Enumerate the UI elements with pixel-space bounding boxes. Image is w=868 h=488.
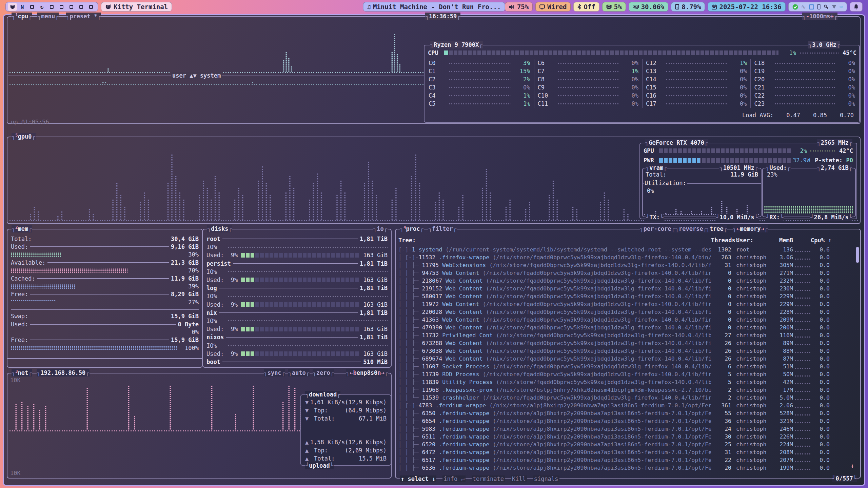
prev-sort-button[interactable]: ← bbox=[736, 225, 740, 232]
gpu-panel-title[interactable]: 5gpu0 bbox=[12, 133, 36, 140]
disk-nixos: nixos1,81 TiB bbox=[206, 333, 388, 341]
sync-tab[interactable]: sync bbox=[264, 369, 285, 377]
process-row-6536[interactable]: │ │ ├─ 6536 .ferdium-wrappe (/nix/store/… bbox=[398, 464, 858, 472]
gpu-power-row: PWR 32.9W P-state: P0 bbox=[644, 156, 853, 164]
cpu-panel-title[interactable]: 1cpu bbox=[12, 13, 32, 20]
vram-used-box: Used: 2,74 GiB 23% RX: 26,8 MiB/s bbox=[762, 168, 856, 217]
auto-tab[interactable]: auto bbox=[288, 369, 310, 377]
filter-button[interactable]: filter bbox=[428, 225, 457, 232]
process-row-11839[interactable]: │ │ ├─ 11839 Utility Process (/nix/store… bbox=[398, 378, 858, 386]
process-row-6472[interactable]: │ │ ├─ 6472 .ferdium-wrappe (/nix/store/… bbox=[398, 448, 858, 456]
process-row-11972[interactable]: │ │ ├─ 11972 Web Content (/nix/store/fqa… bbox=[398, 300, 858, 308]
zero-tab[interactable]: zero bbox=[313, 369, 334, 377]
process-row-11732[interactable]: │ │ ├─ 11732 Privileged Cont (/nix/store… bbox=[398, 331, 858, 339]
music-widget[interactable]: ♫ Minuit Machine - Don't Run Fro... bbox=[363, 2, 505, 12]
io-tab[interactable]: io bbox=[373, 225, 388, 232]
process-row-11539[interactable]: │ │ └─ 11539 crashhelper (/nix/store/fqa… bbox=[398, 394, 858, 402]
vram-util-label: Utilization: bbox=[644, 180, 687, 186]
workspace-5-square-icon[interactable] bbox=[47, 3, 56, 11]
workspace-2-nvim-icon[interactable]: N bbox=[18, 3, 27, 11]
memory-panel: 2mem Total:30,4 GiBUsed:9,16 GiB30%Avail… bbox=[7, 229, 203, 368]
memb-column-header[interactable]: MemB bbox=[771, 237, 793, 244]
process-row-673038[interactable]: │ │ ├─ 673038 Web Content (/nix/store/fq… bbox=[398, 347, 858, 355]
system-tray: 75% Wired Off 5% 30.06% 8.79% bbox=[505, 2, 863, 12]
per-core-tab[interactable]: per-core bbox=[640, 225, 675, 232]
workspace-1-cat-icon[interactable] bbox=[8, 3, 17, 11]
process-row-6511[interactable]: │ │ ├─ 6511 .ferdium-wrappe (/nix/store/… bbox=[398, 433, 858, 441]
process-row-5983[interactable]: │ │ ├─ 5983 .ferdium-wrappe (/nix/store/… bbox=[398, 425, 858, 433]
process-row-220028[interactable]: │ │ ├─ 220028 Web Content (/nix/store/fq… bbox=[398, 308, 858, 316]
clock-widget[interactable]: 2025-07-22 16:36 bbox=[708, 2, 785, 12]
signals-action[interactable]: signals bbox=[533, 475, 559, 482]
interval-decrease[interactable]: - bbox=[806, 13, 809, 20]
memory-row: 30% bbox=[11, 251, 199, 259]
phone-tray-icon bbox=[817, 4, 821, 9]
process-row-4783[interactable]: │ [-]-4783 .ferdium-wrappe (/nix/store/a… bbox=[398, 402, 858, 409]
tx-value: 10,0 MiB/s bbox=[716, 214, 758, 221]
process-row-219152[interactable]: │ │ ├─ 219152 Web Content (/nix/store/fq… bbox=[398, 285, 858, 292]
upload-label: upload bbox=[305, 462, 334, 469]
preset-button[interactable]: preset * bbox=[66, 13, 101, 20]
process-row-580017[interactable]: │ │ ├─ 580017 Web Content (/nix/store/fq… bbox=[398, 292, 858, 300]
memory-row: 0% bbox=[11, 328, 199, 336]
process-row-479390[interactable]: │ │ ├─ 479390 Web Content (/nix/store/fq… bbox=[398, 324, 858, 331]
process-row-1[interactable]: [-]-1 systemd (/run/current-system/syste… bbox=[398, 246, 858, 253]
process-row-673288[interactable]: │ │ ├─ 673288 Web Content (/nix/store/fq… bbox=[398, 339, 858, 347]
user-column-header[interactable]: User: bbox=[731, 237, 771, 244]
disk-log: log1,81 TiB bbox=[206, 284, 388, 292]
notifications-widget[interactable] bbox=[850, 2, 863, 12]
process-row-11739[interactable]: │ │ ├─ 11739 RDD Process (/nix/store/fqa… bbox=[398, 370, 858, 378]
tray-icons[interactable]: ∿ ⌨ bbox=[788, 2, 847, 12]
cat-icon bbox=[105, 4, 111, 9]
cpu-column-header[interactable]: Cpu% ↑ bbox=[811, 237, 830, 244]
memory-panel-title[interactable]: 2mem bbox=[12, 225, 32, 232]
process-row-94753[interactable]: │ │ ├─ 94753 Web Content (/nix/store/fqa… bbox=[398, 269, 858, 277]
workspace-switcher[interactable]: N↻ bbox=[5, 2, 98, 12]
prev-interface-button[interactable]: ←b bbox=[350, 369, 356, 376]
memory-widget[interactable]: 30.06% bbox=[629, 2, 669, 12]
kill-action[interactable]: Kill bbox=[511, 475, 527, 482]
disk-widget[interactable]: 8.79% bbox=[671, 2, 705, 12]
workspace-3-square-icon[interactable] bbox=[27, 3, 37, 11]
tree-tab[interactable]: tree bbox=[706, 225, 727, 232]
process-scrollbar[interactable] bbox=[856, 247, 859, 263]
info-action[interactable]: info ↵ bbox=[442, 475, 465, 482]
next-sort-button[interactable]: → bbox=[761, 225, 764, 232]
menu-button[interactable]: menu bbox=[37, 13, 59, 20]
process-row-11607[interactable]: │ │ ├─ 11607 Socket Process (/nix/store/… bbox=[398, 363, 858, 370]
interval-increase[interactable]: + bbox=[830, 13, 834, 20]
process-row-689674[interactable]: │ │ ├─ 689674 Web Content (/nix/store/fq… bbox=[398, 355, 858, 363]
disks-panel-title[interactable]: disks bbox=[207, 225, 232, 232]
window-title-chip[interactable]: Kitty Terminal bbox=[101, 2, 172, 12]
reverse-tab[interactable]: reverse bbox=[675, 225, 707, 232]
next-interface-button[interactable]: n→ bbox=[377, 369, 384, 376]
scroll-down-indicator[interactable]: ↓ bbox=[851, 462, 854, 469]
select-action[interactable]: ↑ select ↓ bbox=[400, 475, 436, 482]
process-row-6517[interactable]: │ │ ├─ 6517 .ferdium-wrappe (/nix/store/… bbox=[398, 456, 858, 464]
process-row-6350[interactable]: │ │ ├─ 6350 .ferdium-wrappe (/nix/store/… bbox=[398, 409, 858, 417]
bluetooth-widget[interactable]: Off bbox=[573, 2, 599, 12]
process-row-6654[interactable]: │ │ ├─ 6654 .ferdium-wrappe (/nix/store/… bbox=[398, 417, 858, 425]
workspace-6-square-icon[interactable] bbox=[57, 3, 66, 11]
process-row-11532[interactable]: │ [-]-11532 .firefox-wrappe (/nix/store/… bbox=[398, 253, 858, 261]
threads-column-header[interactable]: Threads: bbox=[711, 237, 731, 244]
terminate-action[interactable]: terminate bbox=[472, 475, 505, 482]
workspace-4-refresh-icon[interactable]: ↻ bbox=[37, 3, 46, 11]
volume-widget[interactable]: 75% bbox=[505, 2, 533, 12]
process-row-218067[interactable]: │ │ ├─ 218067 Web Content (/nix/store/fq… bbox=[398, 277, 858, 285]
process-row-41363[interactable]: │ │ ├─ 41363 Web Content (/nix/store/fqa… bbox=[398, 316, 858, 324]
process-panel-title[interactable]: 4proc bbox=[400, 225, 424, 232]
process-row-11968[interactable]: │ │ ├─ 11968 .keepassxc-prox (/nix/store… bbox=[398, 386, 858, 394]
workspace-8-square-icon[interactable] bbox=[77, 3, 86, 11]
calendar-icon bbox=[712, 4, 717, 9]
network-widget[interactable]: Wired bbox=[535, 2, 571, 12]
workspace-9-square-icon[interactable] bbox=[86, 3, 96, 11]
process-row-11795[interactable]: │ │ ├─ 11795 WebExtensions (/nix/store/f… bbox=[398, 261, 858, 269]
cpu-frequency: 3.0 GHz bbox=[808, 41, 840, 48]
network-panel-title[interactable]: 3net bbox=[12, 369, 32, 377]
workspace-7-square-icon[interactable] bbox=[67, 3, 76, 11]
gpu-tx-graph bbox=[645, 196, 757, 215]
process-table-header: Tree: Threads: User: MemB Cpu% ↑ bbox=[398, 237, 858, 244]
cpu-widget[interactable]: 5% bbox=[602, 2, 626, 12]
process-row-6520[interactable]: │ │ ├─ 6520 .ferdium-wrappe (/nix/store/… bbox=[398, 441, 858, 448]
